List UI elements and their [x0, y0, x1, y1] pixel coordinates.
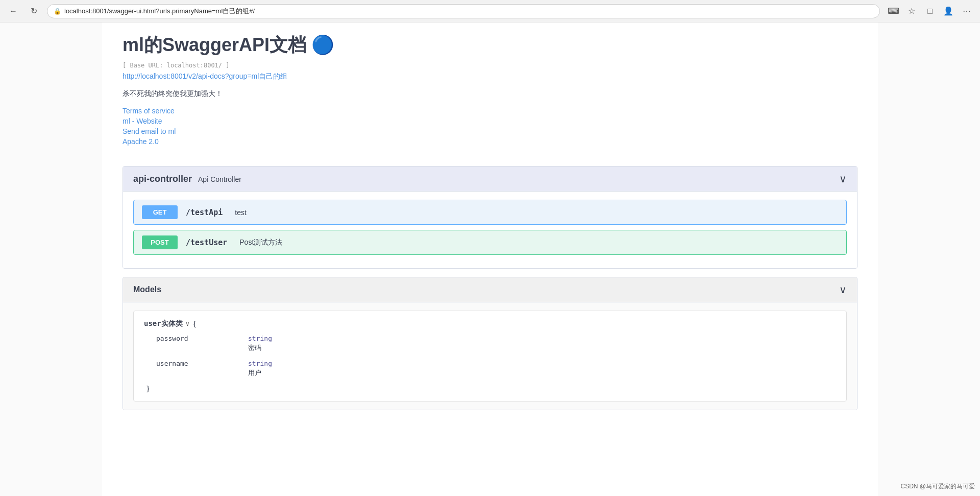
apache-link[interactable]: Apache 2.0 [122, 137, 857, 146]
get-endpoint-row: GET /testApi test [134, 200, 846, 224]
model-close-brace: } [144, 385, 836, 393]
ml-website-link[interactable]: ml - Website [122, 117, 857, 125]
section-header-left: api-controller Api Controller [133, 174, 241, 184]
api-controller-body: GET /testApi test POST /testUser Post测试方… [123, 192, 857, 268]
lock-icon: 🔒 [54, 8, 61, 15]
translate-button[interactable]: ⌨ [886, 4, 900, 18]
address-bar: 🔒 localhost:8001/swagger-ui.html?urls.pr… [47, 4, 880, 18]
post-endpoint-path: /testUser [186, 238, 227, 247]
page-content: ml的SwaggerAPI文档 🔵 [ Base URL: localhost:… [102, 22, 878, 496]
models-title: Models [133, 285, 161, 294]
api-controller-chevron: ∨ [839, 173, 847, 185]
field-info-username: string 用户 [248, 360, 272, 377]
model-name: user实体类 [144, 319, 183, 328]
page-title-text: ml的SwaggerAPI文档 [122, 34, 306, 55]
browser-actions: ⌨ ☆ □ 👤 ⋯ [886, 4, 974, 18]
get-endpoint[interactable]: GET /testApi test [133, 200, 847, 225]
back-button[interactable]: ← [6, 4, 20, 18]
description: 杀不死我的终究使我更加强大！ [122, 89, 857, 99]
field-comment-password: 密码 [248, 343, 272, 352]
model-field-password: password string 密码 [144, 335, 836, 352]
field-info-password: string 密码 [248, 335, 272, 352]
get-method-badge: GET [142, 205, 178, 219]
watermark: CSDN @马可爱家的马可爱 [900, 482, 975, 491]
model-box: user实体类 ∨ { password string 密码 username … [133, 311, 847, 401]
field-comment-username: 用户 [248, 368, 272, 377]
browser-bar: ← ↻ 🔒 localhost:8001/swagger-ui.html?url… [0, 0, 980, 22]
field-type-password: string [248, 335, 272, 342]
info-links: Terms of service ml - Website Send email… [122, 107, 857, 146]
field-type-username: string [248, 360, 272, 367]
send-email-link[interactable]: Send email to ml [122, 127, 857, 135]
api-controller-section: api-controller Api Controller ∨ GET /tes… [122, 166, 857, 269]
get-endpoint-desc: test [235, 208, 247, 217]
profile-button[interactable]: 👤 [941, 4, 955, 18]
field-name-password: password [156, 335, 248, 342]
terms-of-service-link[interactable]: Terms of service [122, 107, 857, 115]
api-docs-link[interactable]: http://localhost:8001/v2/api-docs?group=… [122, 72, 857, 81]
field-name-username: username [156, 360, 248, 367]
refresh-button[interactable]: ↻ [27, 4, 41, 18]
post-method-badge: POST [142, 235, 178, 249]
url-text: localhost:8001/swagger-ui.html?urls.prim… [64, 7, 255, 16]
models-body: user实体类 ∨ { password string 密码 username … [123, 302, 857, 410]
models-header[interactable]: Models ∨ [123, 277, 857, 302]
section-subtitle: Api Controller [198, 175, 241, 183]
favorites-button[interactable]: ☆ [904, 4, 919, 18]
more-button[interactable]: ⋯ [960, 4, 974, 18]
base-url: [ Base URL: localhost:8001/ ] [122, 62, 857, 69]
pin-button[interactable]: □ [923, 4, 937, 18]
page-title-icon: 🔵 [311, 34, 334, 55]
model-open-brace: { [192, 320, 197, 328]
models-chevron: ∨ [839, 284, 847, 296]
models-section: Models ∨ user实体类 ∨ { password string 密码 [122, 277, 857, 410]
section-title: api-controller [133, 174, 192, 184]
page-title: ml的SwaggerAPI文档 🔵 [122, 33, 857, 58]
model-collapse-chevron[interactable]: ∨ [186, 320, 189, 327]
model-field-username: username string 用户 [144, 360, 836, 377]
get-endpoint-path: /testApi [186, 208, 223, 217]
post-endpoint-desc: Post测试方法 [239, 238, 282, 247]
post-endpoint[interactable]: POST /testUser Post测试方法 [133, 230, 847, 255]
post-endpoint-row: POST /testUser Post测试方法 [134, 230, 846, 254]
api-controller-header[interactable]: api-controller Api Controller ∨ [123, 167, 857, 192]
model-name-row: user实体类 ∨ { [144, 319, 836, 328]
